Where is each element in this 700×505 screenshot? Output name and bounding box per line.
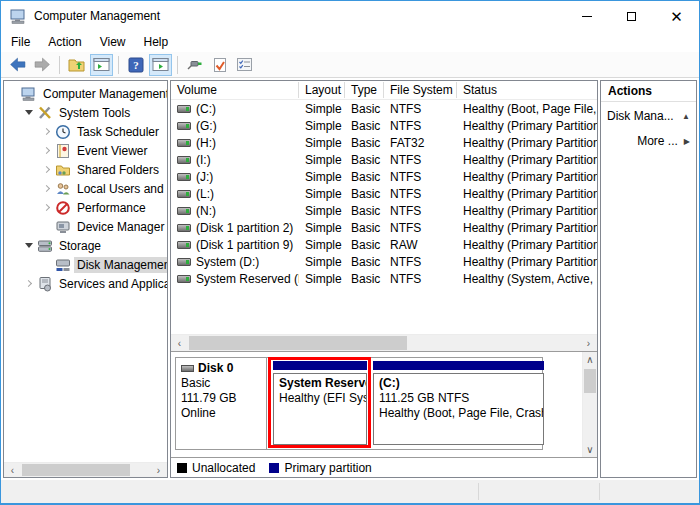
chevron-collapsed-icon[interactable] [40,125,54,139]
chevron-collapsed-icon[interactable] [40,201,54,215]
collapse-arrow-icon[interactable]: ▲ [682,112,690,121]
column-header-volume[interactable]: Volume [171,82,299,98]
volume-row[interactable]: (H:) Simple Basic FAT32 Healthy (Primary… [171,134,597,151]
tree-item-computer-management[interactable]: Computer Management (Local) [4,84,167,103]
tree-item-label: Computer Management (Local) [40,86,167,102]
computer-icon [10,9,27,24]
menu-action[interactable]: Action [39,33,90,51]
volume-list-horizontal-scrollbar[interactable]: ‹ › [171,334,597,351]
svg-text:?: ? [133,59,139,71]
disk0-label[interactable]: Disk 0 Basic 111.79 GB Online [176,358,267,449]
show-action-pane-button[interactable] [149,54,172,76]
column-header-file-system[interactable]: File System [384,82,457,98]
forward-arrow-icon [34,57,51,72]
column-header-status[interactable]: Status [457,82,597,98]
title-bar: Computer Management ✕ [1,1,699,31]
tree-item-shared-folders[interactable]: Shared Folders [4,160,167,179]
scrollbar-thumb[interactable] [584,369,596,393]
volume-type: Basic [345,136,384,150]
check-task-button[interactable] [208,54,231,76]
disk-probe-button[interactable] [183,54,206,76]
properties-list-button[interactable] [233,54,256,76]
chevron-collapsed-icon[interactable] [40,144,54,158]
actions-section-label: Disk Mana... [607,109,674,123]
disk-view-vertical-scrollbar[interactable]: ∧ ∨ [582,352,597,457]
scroll-left-arrow-icon[interactable]: ‹ [4,463,21,477]
forward-button[interactable] [31,54,54,76]
tree-item-label: Event Viewer [74,143,150,159]
volume-row[interactable]: System (D:) Simple Basic NTFS Healthy (P… [171,253,597,270]
volume-type: Basic [345,272,384,286]
volume-row[interactable]: (C:) Simple Basic NTFS Healthy (Boot, Pa… [171,100,597,117]
column-header-layout[interactable]: Layout [299,82,345,98]
volume-type: Basic [345,204,384,218]
volume-name: (Disk 1 partition 9) [196,238,293,252]
tree-item-label: Local Users and Groups [74,181,167,197]
show-console-tree-button[interactable] [90,54,113,76]
toolbar-separator [59,56,60,74]
volume-name: (Disk 1 partition 2) [196,221,293,235]
volume-layout: Simple [299,102,345,116]
tree-item-performance[interactable]: Performance [4,198,167,217]
volume-row[interactable]: System Reserved (K:) Simple Basic NTFS H… [171,270,597,287]
scroll-right-arrow-icon[interactable]: › [580,335,597,351]
chevron-collapsed-icon[interactable] [40,163,54,177]
volume-row[interactable]: (Disk 1 partition 2) Simple Basic NTFS H… [171,219,597,236]
volume-row[interactable]: (J:) Simple Basic NTFS Healthy (Primary … [171,168,597,185]
up-folder-button[interactable] [65,54,88,76]
help-button[interactable]: ? [124,54,147,76]
volume-status: Healthy (Primary Partition) [457,204,597,218]
volume-status: Healthy (Primary Partition) [457,119,597,133]
tools-icon [37,105,53,121]
minimize-button[interactable] [564,1,609,31]
action-pane-icon [152,57,169,72]
tree-item-label: Performance [74,200,149,216]
status-bar-divider [478,483,479,500]
tree-horizontal-scrollbar[interactable]: ‹ › [4,462,167,477]
scroll-down-arrow-icon[interactable]: ∨ [583,442,597,457]
column-header-type[interactable]: Type [345,82,384,98]
primary-partition-color-band [273,361,367,370]
maximize-button[interactable] [609,1,654,31]
volume-name: (C:) [196,102,216,116]
tree-item-task-scheduler[interactable]: Task Scheduler [4,122,167,141]
menu-file[interactable]: File [2,33,39,51]
scroll-right-arrow-icon[interactable]: › [150,463,167,477]
tree-item-system-tools[interactable]: System Tools [4,103,167,122]
tree-item-event-viewer[interactable]: Event Viewer [4,141,167,160]
partition-c[interactable]: (C:) 111.25 GB NTFS Healthy (Boot, Page … [373,361,544,445]
actions-section-disk-management[interactable]: Disk Mana... ▲ [601,105,696,127]
scrollbar-thumb[interactable] [22,464,130,476]
close-button[interactable]: ✕ [654,1,699,31]
scrollbar-thumb[interactable] [189,336,407,350]
scroll-up-arrow-icon[interactable]: ∧ [583,352,597,367]
volume-row[interactable]: (I:) Simple Basic NTFS Healthy (Primary … [171,151,597,168]
tree-item-storage[interactable]: Storage [4,236,167,255]
tree-item-disk-management[interactable]: Disk Management [4,255,167,274]
tree-item-device-manager[interactable]: Device Manager [4,217,167,236]
partition-system-reserved[interactable]: System Reserved Healthy (EFI System Part… [273,361,367,445]
menu-help[interactable]: Help [135,33,178,51]
volume-status: Healthy (Boot, Page File, Crash Dump, Pr… [457,102,597,116]
volume-name: (H:) [196,136,216,150]
volume-name: System Reserved (K:) [196,272,299,286]
tree-item-services-and-applications[interactable]: Services and Applications [4,274,167,293]
menu-view[interactable]: View [91,33,135,51]
volume-row[interactable]: (G:) Simple Basic NTFS Healthy (Primary … [171,117,597,134]
more-actions-item[interactable]: More ... ▶ [601,130,696,152]
volume-row[interactable]: (Disk 1 partition 9) Simple Basic RAW He… [171,236,597,253]
volume-name: (I:) [196,153,211,167]
volume-list-header: Volume Layout Type File System Status [171,81,597,100]
tree-item-local-users-and-groups[interactable]: Local Users and Groups [4,179,167,198]
volume-row[interactable]: (N:) Simple Basic NTFS Healthy (Primary … [171,202,597,219]
chevron-collapsed-icon[interactable] [40,182,54,196]
chevron-collapsed-icon[interactable] [22,277,36,291]
scroll-left-arrow-icon[interactable]: ‹ [171,335,188,351]
volume-row[interactable]: (L:) Simple Basic NTFS Healthy (Primary … [171,185,597,202]
chevron-expanded-icon[interactable] [22,239,36,253]
back-button[interactable] [6,54,29,76]
partition-status: Healthy (Boot, Page File, Crash Dump, Pr… [379,406,538,421]
volume-fs: NTFS [384,255,457,269]
disk-status: Online [181,406,261,421]
chevron-expanded-icon[interactable] [22,106,36,120]
